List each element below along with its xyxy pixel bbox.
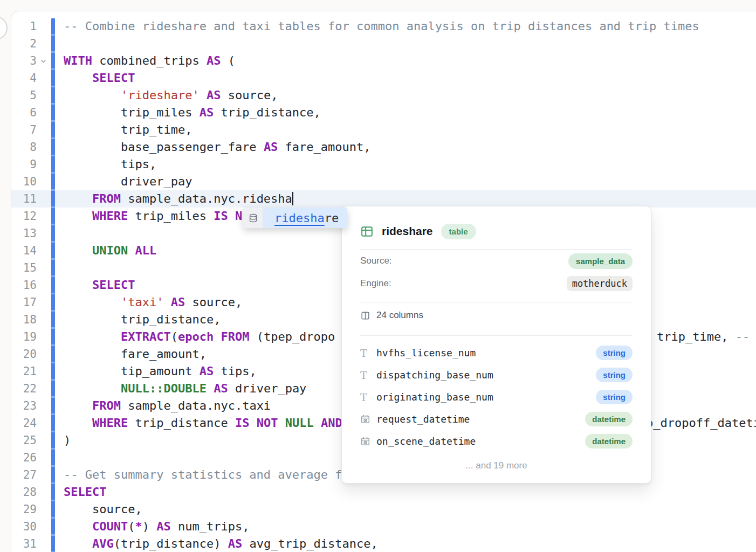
code-line: 'rideshare' AS source, xyxy=(64,87,756,104)
code-text xyxy=(128,244,135,257)
code-line: WITH combined_trips AS ( xyxy=(64,52,756,70)
autocomplete-rest-text: re xyxy=(325,211,339,225)
code-line: tips, xyxy=(64,156,756,173)
table-kind-badge: table xyxy=(441,224,476,239)
code-text xyxy=(228,209,235,223)
sql-keyword: epoch xyxy=(178,330,214,343)
code-text: fare_amount, xyxy=(278,140,370,154)
code-line: base_passenger_fare AS fare_amount, xyxy=(64,139,756,156)
code-text: trip_miles xyxy=(128,209,214,223)
sql-keyword: FROM xyxy=(92,192,121,205)
sql-keyword: COUNT xyxy=(92,520,128,533)
table-info-tooltip: rideshare table Source: sample_data Engi… xyxy=(341,206,651,484)
code-text xyxy=(249,416,256,430)
code-text: ( xyxy=(128,520,135,533)
line-number: 16 xyxy=(11,277,37,294)
sql-keyword: AS xyxy=(156,520,171,533)
line-number: 30 xyxy=(11,518,37,535)
fold-chevron-icon[interactable] xyxy=(40,52,49,70)
sql-keyword: WHERE xyxy=(92,209,128,223)
edge-button[interactable] xyxy=(0,16,8,40)
code-line: -- Combine rideshare and taxi tables for… xyxy=(64,18,756,35)
column-row: Tdispatching_base_numstring xyxy=(360,364,633,386)
line-number: 29 xyxy=(11,501,37,518)
code-text xyxy=(64,71,92,85)
column-type-badge: string xyxy=(596,368,633,382)
line-number: 6 xyxy=(11,104,37,121)
text-type-icon-wrap: T xyxy=(360,369,376,381)
code-text: trip_time, xyxy=(657,330,736,343)
code-line: SELECT xyxy=(64,70,756,87)
line-number: 5 xyxy=(11,87,37,104)
autocomplete-item-rideshare[interactable]: rideshare xyxy=(263,208,347,228)
code-text: tips, xyxy=(214,364,256,378)
code-text: ( xyxy=(221,54,235,67)
code-text: trip_miles xyxy=(64,106,200,119)
line-number: 3 xyxy=(11,52,37,70)
columns-count-row: 24 columns xyxy=(360,302,633,328)
column-type-badge: string xyxy=(596,390,633,404)
sql-type-keyword: UNION xyxy=(92,244,128,257)
column-name: originating_base_num xyxy=(376,391,596,403)
line-number: 28 xyxy=(11,484,37,501)
code-text: source, xyxy=(64,502,142,516)
line-number: 31 xyxy=(11,535,37,552)
code-text xyxy=(163,295,170,309)
sql-comment: -- Combine rideshare and taxi tables for… xyxy=(64,19,699,33)
code-fragment: p_dropoff_datetim xyxy=(646,415,756,432)
code-text xyxy=(200,88,207,102)
code-text: (trip_distance) xyxy=(114,537,228,550)
code-text: source, xyxy=(221,88,278,102)
code-text xyxy=(64,330,121,343)
datetime-icon xyxy=(360,436,370,446)
column-type-badge: datetime xyxy=(585,412,633,426)
line-number: 13 xyxy=(11,225,37,242)
sql-keyword: IS xyxy=(235,416,250,430)
code-text xyxy=(64,278,92,292)
autocomplete-popup[interactable]: rideshare xyxy=(243,208,347,228)
sql-comment: -- Get summary statistics and average f xyxy=(64,468,342,481)
code-text: driver_pay xyxy=(64,175,192,188)
text-type-icon: T xyxy=(360,347,367,359)
line-number: 2 xyxy=(11,35,37,52)
sql-keyword: ALL xyxy=(135,244,156,257)
code-text: tip_amount xyxy=(64,364,200,378)
line-number: 19 xyxy=(11,328,37,346)
line-number: 15 xyxy=(11,259,37,277)
autocomplete-match-text: ridesha xyxy=(274,211,325,225)
sql-keyword: AS xyxy=(200,106,214,119)
line-number: 7 xyxy=(11,121,37,139)
line-number: 21 xyxy=(11,363,37,380)
code-text xyxy=(64,209,92,223)
text-cursor xyxy=(292,192,293,205)
code-text: driver_pay xyxy=(228,382,307,395)
sql-keyword: AS xyxy=(200,364,214,378)
code-text: sample_data.nyc.taxi xyxy=(121,399,271,412)
code-text xyxy=(64,192,92,205)
sql-keyword: AS xyxy=(264,140,278,154)
code-line: trip_miles AS trip_distance, xyxy=(64,104,756,121)
sql-keyword: EXTRACT xyxy=(121,330,171,343)
line-number: 25 xyxy=(11,432,37,449)
line-number: 10 xyxy=(11,173,37,190)
code-line: COUNT(*) AS num_trips, xyxy=(64,518,756,535)
code-text xyxy=(64,537,92,550)
code-text: ) xyxy=(64,433,71,447)
line-number: 22 xyxy=(11,380,37,397)
sql-keyword: WHERE xyxy=(92,416,128,430)
columns-icon xyxy=(360,310,370,321)
sql-keyword: AND xyxy=(321,416,342,430)
column-name: hvfhs_license_num xyxy=(376,347,596,358)
column-name: dispatching_base_num xyxy=(376,369,596,381)
code-text: trip_distance, xyxy=(214,106,321,119)
sql-keyword: NOT xyxy=(257,416,278,430)
code-text: trip_distance, xyxy=(64,313,221,326)
code-line: trip_time, xyxy=(64,121,756,139)
line-number: 20 xyxy=(11,346,37,363)
datetime-icon-wrap xyxy=(360,436,376,446)
code-line: FROM sample_data.nyc.ridesha xyxy=(64,190,756,208)
text-type-icon-wrap: T xyxy=(360,391,376,403)
datetime-icon xyxy=(360,414,370,424)
column-row: on_scene_datetimedatetime xyxy=(360,430,633,452)
column-row: Thvfhs_license_numstring xyxy=(360,342,633,364)
